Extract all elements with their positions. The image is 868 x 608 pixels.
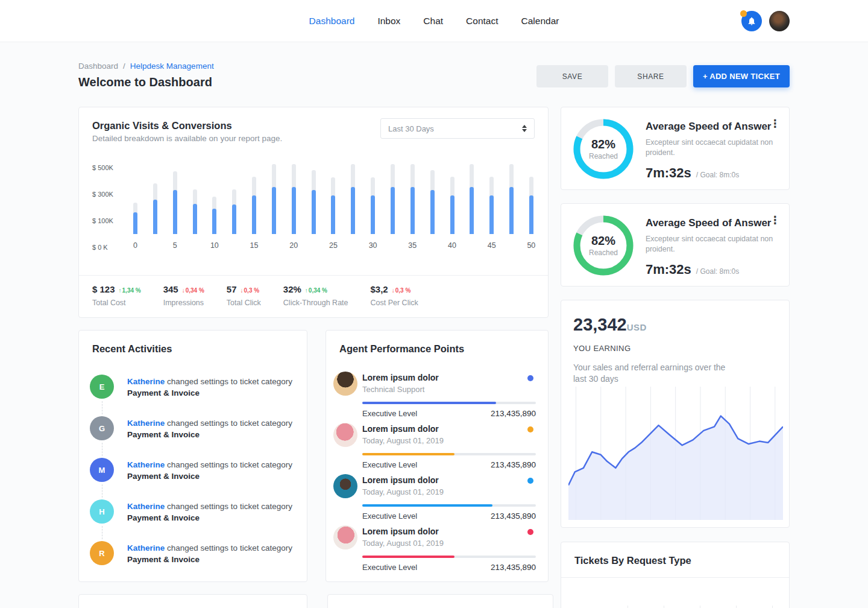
save-button[interactable]: SAVE <box>536 65 608 87</box>
agent-row[interactable]: Lorem ipsum dolor Today, August 01, 2019… <box>333 419 536 470</box>
bar <box>272 163 276 234</box>
nav-item-calendar[interactable]: Calendar <box>521 16 559 27</box>
bar <box>153 163 157 234</box>
card-description: Excepteur sint occaecat cupidatat non pr… <box>646 234 784 255</box>
y-axis-labels: $ 500K $ 300K $ 100K $ 0 K <box>92 160 125 251</box>
activity-user[interactable]: Katherine <box>127 419 165 428</box>
bar <box>470 163 474 234</box>
nav-item-inbox[interactable]: Inbox <box>377 16 400 27</box>
agent-row[interactable]: Lorem ipsum dolor Today, August 01, 2019… <box>333 470 536 522</box>
activity-user[interactable]: Katherine <box>127 543 165 553</box>
card-description: Excepteur sint occaecat cupidatat non pr… <box>646 138 784 158</box>
activity-avatar: R <box>90 541 114 565</box>
add-new-ticket-button[interactable]: + ADD NEW TICKET <box>693 65 790 87</box>
earnings-card: 23,342 USD YOU EARNING Your sales and re… <box>561 300 790 528</box>
agent-performance-card: Agent Performance Points Lorem ipsum dol… <box>326 330 549 582</box>
activity-item[interactable]: R Katherine changed settings to ticket c… <box>90 541 296 583</box>
activity-target: Payment & Invoice <box>127 430 200 439</box>
agent-avatar <box>333 423 357 447</box>
trend-arrow-icon: ↓ <box>392 287 395 294</box>
bar <box>193 163 197 234</box>
x-tick: 30 <box>369 241 377 250</box>
notifications-button[interactable] <box>741 11 762 31</box>
stat-value: 57 <box>227 284 237 294</box>
dashboard-page: Dashboard Inbox Chat Contact Calendar Da… <box>0 0 868 608</box>
date-range-select[interactable]: Last 30 Days <box>380 118 535 139</box>
x-tick: 20 <box>289 241 298 250</box>
card-title: Average Speed of Answer <box>646 217 771 229</box>
profile-avatar[interactable] <box>769 11 790 31</box>
donut-caption: Reached <box>589 152 618 160</box>
x-tick: 10 <box>210 241 219 250</box>
stat-label: Total Click <box>227 299 261 307</box>
trend-arrow-icon: ↓ <box>182 287 185 294</box>
stat-total-click: 57 ↓0,3 % Total Click <box>227 284 261 307</box>
page-title: Welcome to Dashboard <box>78 75 212 89</box>
agent-points: 213,435,890 <box>491 563 536 572</box>
activity-user[interactable]: Katherine <box>127 460 165 469</box>
agent-subtitle: Today, August 01, 2019 <box>362 487 444 496</box>
card-title: Average Speed of Answer <box>646 121 771 133</box>
stat-ctr: 32% ↑0,34 % Click-Through Rate <box>283 284 348 307</box>
more-options-icon[interactable]: ⋮ <box>770 118 781 129</box>
bar: 20 <box>292 163 296 234</box>
agent-points: 213,435,890 <box>491 511 536 521</box>
nav-item-dashboard[interactable]: Dashboard <box>309 16 355 27</box>
stat-impressions: 345 ↓0,34 % Impressions <box>163 284 204 307</box>
activity-item[interactable]: G Katherine changed settings to ticket c… <box>90 416 296 458</box>
stat-total-cost: $ 123 ↑1,34 % Total Cost <box>92 284 141 307</box>
progress-bar <box>362 453 536 455</box>
stat-delta: ↓0,3 % <box>392 287 411 294</box>
donut-percent: 82% <box>591 138 615 151</box>
bar-plot-area: 05101520253035404550 <box>125 160 535 251</box>
stat-cpc: $3,2 ↓0,3 % Cost Per Click <box>371 284 418 307</box>
breadcrumb-current[interactable]: Helpdesk Management <box>130 62 214 71</box>
breadcrumb-dashboard[interactable]: Dashboard <box>78 62 118 71</box>
y-tick: $ 500K <box>92 164 125 171</box>
agent-level: Executive Level <box>362 511 417 521</box>
date-range-value: Last 30 Days <box>388 124 434 133</box>
activity-item[interactable]: E Katherine changed settings to ticket c… <box>90 375 296 416</box>
agent-row[interactable]: Lorem ipsum dolor Technical Support Exec… <box>333 368 536 419</box>
recent-activities-card: Recent Activities E Katherine changed se… <box>78 330 307 582</box>
divider <box>79 275 548 276</box>
donut-chart: 82% Reached <box>572 214 635 277</box>
trend-arrow-icon: ↑ <box>119 287 122 294</box>
status-dot <box>527 375 533 381</box>
agent-performance-title: Agent Performance Points <box>339 343 464 355</box>
agent-name: Lorem ipsum dolor <box>362 527 439 536</box>
activity-target: Payment & Invoice <box>127 513 200 522</box>
activity-avatar: M <box>90 458 114 482</box>
share-button[interactable]: SHARE <box>615 65 687 87</box>
activity-item[interactable]: H Katherine changed settings to ticket c… <box>90 499 296 541</box>
organic-card-subtitle: Detailed breakdown is available on your … <box>92 134 282 143</box>
activity-text: Katherine changed settings to ticket cat… <box>127 416 292 440</box>
bar: 25 <box>331 163 335 234</box>
bar: 0 <box>133 163 137 234</box>
more-options-icon[interactable]: ⋮ <box>770 215 781 226</box>
x-tick: 40 <box>448 241 456 250</box>
bar: 5 <box>173 163 177 234</box>
activity-user[interactable]: Katherine <box>127 377 165 386</box>
nav-item-contact[interactable]: Contact <box>466 16 498 27</box>
main-nav: Dashboard Inbox Chat Contact Calendar <box>309 0 559 42</box>
stat-label: Cost Per Click <box>371 299 418 307</box>
nav-item-chat[interactable]: Chat <box>423 16 443 27</box>
header-actions: SAVE SHARE + ADD NEW TICKET <box>536 65 790 87</box>
activity-text: Katherine changed settings to ticket cat… <box>127 541 292 565</box>
x-tick: 50 <box>527 241 535 250</box>
bell-icon <box>747 16 756 26</box>
bar: 40 <box>450 163 454 234</box>
activity-user[interactable]: Katherine <box>127 502 165 511</box>
activity-item[interactable]: M Katherine changed settings to ticket c… <box>90 458 296 499</box>
activity-text: Katherine changed settings to ticket cat… <box>127 375 292 399</box>
x-tick: 35 <box>408 241 417 250</box>
status-dot <box>527 426 533 432</box>
stat-delta: ↓0,3 % <box>241 287 260 294</box>
x-tick: 25 <box>329 241 338 250</box>
agent-row[interactable]: Lorem ipsum dolor Today, August 01, 2019… <box>333 522 536 573</box>
stat-delta: ↑0,34 % <box>305 287 327 294</box>
agent-level: Executive Level <box>362 409 417 418</box>
earnings-area-chart <box>568 387 783 520</box>
y-tick: $ 300K <box>92 191 125 198</box>
